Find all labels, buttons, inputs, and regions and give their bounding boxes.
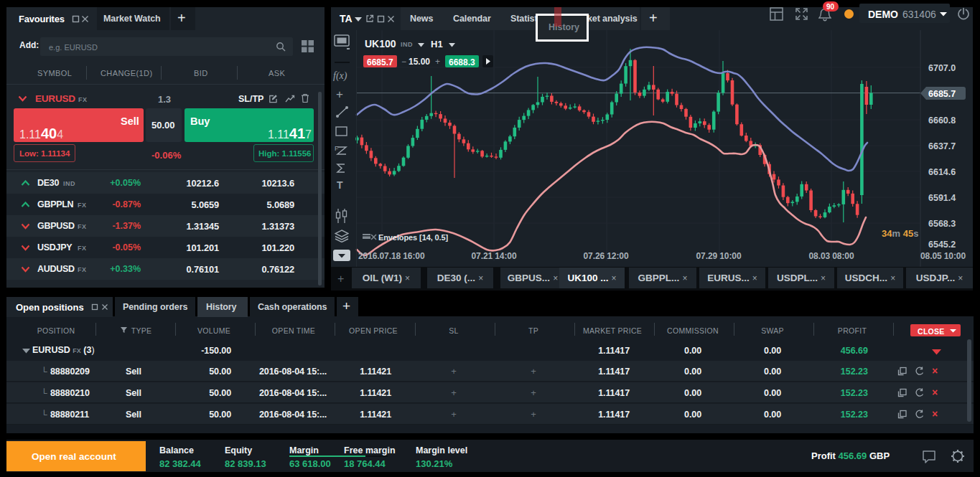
svg-text:F: F: [335, 145, 339, 152]
